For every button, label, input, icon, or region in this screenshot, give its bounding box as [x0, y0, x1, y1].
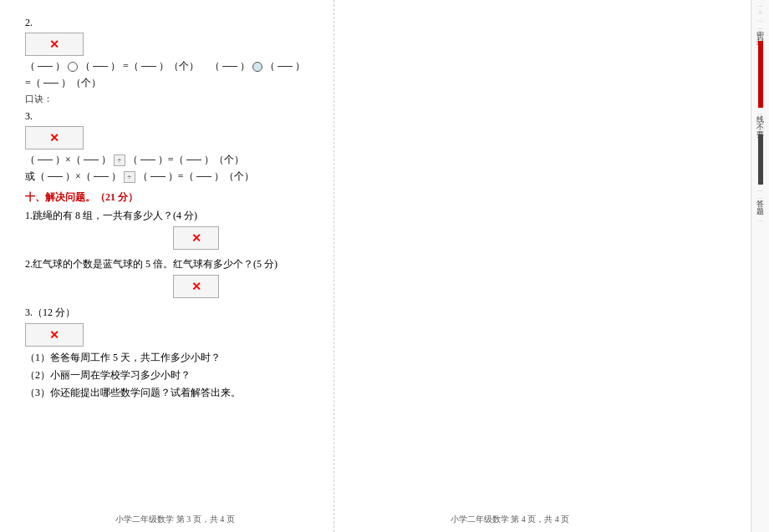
img-placeholder-2: ✕: [25, 33, 84, 56]
kouju-label: 口诀：: [25, 93, 317, 105]
image-q1: ✕: [75, 226, 317, 250]
x-icon-2: ✕: [49, 38, 59, 52]
right-sidebar: … ○ … 密 … 封 … 线 … 不 … 要 … … 答 … 题 … ○ …: [751, 0, 769, 532]
page-left: 2. ✕ （ ） （ ） =（ ）（个） （ ）: [0, 0, 334, 532]
sidebar-circle-1: ○: [758, 9, 761, 17]
image-q3: ✕: [25, 323, 317, 347]
sidebar-circle-2: ○: [758, 209, 761, 216]
circle-2: [252, 62, 262, 72]
page-3-footer: 小学二年级数学 第 3 页，共 4 页: [25, 514, 325, 525]
x-icon-q2: ✕: [191, 280, 201, 294]
image-q2: ✕: [75, 275, 317, 298]
div-box-2: ÷: [124, 171, 135, 183]
question-2: 2.红气球的个数是蓝气球的 5 倍。红气球有多少个？(5 分): [25, 256, 317, 271]
math-row-3a: （ ）×（ ） ÷ （ ）=（ ）（个）: [25, 153, 317, 167]
circle-1: [68, 62, 78, 72]
question-3-num: 3.（12 分）: [25, 305, 317, 320]
image-2: ✕: [25, 33, 317, 56]
question-3-3: （3）你还能提出哪些数学问题？试着解答出来。: [25, 385, 317, 400]
page-right: 小学二年级数学 第 4 页，共 4 页: [334, 0, 669, 532]
question-3-2: （2）小丽一周在学校学习多少小时？: [25, 367, 317, 383]
page-4-footer: 小学二年级数学 第 4 页，共 4 页: [359, 514, 660, 525]
section-3: 3. ✕ （ ）×（ ） ÷ （ ）=（ ）（个）: [25, 110, 317, 184]
div-box-1: ÷: [114, 155, 125, 166]
dark-bar: [758, 134, 763, 185]
section-10-title: 十、解决问题。（21 分）: [25, 190, 317, 205]
red-bar: [758, 41, 763, 108]
section-2-num: 2.: [25, 17, 317, 29]
img-placeholder-q2: ✕: [173, 275, 219, 298]
question-1: 1.跳绳的有 8 组，一共有多少人？(4 分): [25, 208, 317, 223]
section-10: 十、解决问题。（21 分） 1.跳绳的有 8 组，一共有多少人？(4 分) ✕ …: [25, 190, 317, 400]
img-placeholder-3: ✕: [25, 126, 84, 149]
sidebar-dots-top: …: [757, 0, 763, 9]
x-icon-q3: ✕: [49, 328, 59, 342]
math-row-3b: 或（ ）×（ ） ÷ （ ）=（ ）（个）: [25, 170, 317, 184]
image-3: ✕: [25, 126, 317, 149]
x-icon-q1: ✕: [191, 231, 201, 246]
section-3-num: 3.: [25, 110, 317, 123]
page-container: 2. ✕ （ ） （ ） =（ ）（个） （ ）: [0, 0, 769, 532]
question-3-1: （1）爸爸每周工作 5 天，共工作多少小时？: [25, 350, 317, 365]
section-2: 2. ✕ （ ） （ ） =（ ）（个） （ ）: [25, 17, 317, 105]
img-placeholder-q3: ✕: [25, 323, 84, 347]
img-placeholder-q1: ✕: [173, 226, 219, 250]
x-icon-3: ✕: [49, 131, 59, 145]
math-row-2: （ ） （ ） =（ ）（个） （ ） （ ） =（ ）（个）: [25, 59, 317, 90]
